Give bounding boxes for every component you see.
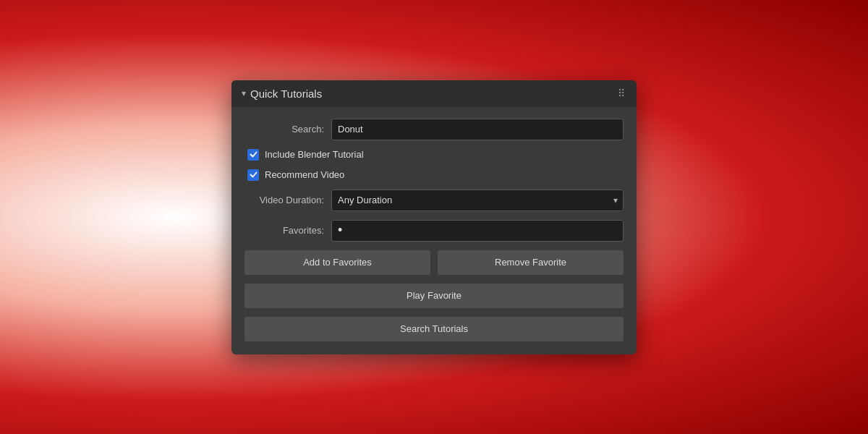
quick-tutorials-panel: ▾ Quick Tutorials ⠿ Search: Include Blen… xyxy=(231,80,637,354)
add-to-favorites-button[interactable]: Add to Favorites xyxy=(244,250,430,275)
favorites-row: Favorites: xyxy=(244,220,624,242)
include-blender-label[interactable]: Include Blender Tutorial xyxy=(265,149,364,160)
collapse-chevron-icon[interactable]: ▾ xyxy=(242,88,246,98)
recommend-video-row: Recommend Video xyxy=(244,169,624,181)
panel-title-group: ▾ Quick Tutorials xyxy=(242,88,322,100)
recommend-video-checkbox[interactable] xyxy=(247,169,259,181)
favorites-label: Favorites: xyxy=(244,225,324,236)
search-tutorials-button[interactable]: Search Tutorials xyxy=(244,317,624,341)
panel-title: Quick Tutorials xyxy=(250,88,322,100)
favorites-input[interactable] xyxy=(331,220,624,242)
recommend-video-label[interactable]: Recommend Video xyxy=(265,169,344,180)
favorites-buttons-row: Add to Favorites Remove Favorite xyxy=(244,250,624,275)
panel-header: ▾ Quick Tutorials ⠿ xyxy=(231,80,637,107)
options-dots-icon[interactable]: ⠿ xyxy=(618,88,626,99)
include-blender-checkbox[interactable] xyxy=(247,149,259,161)
duration-select-wrapper: Any Duration Short (< 4 min) Medium (4-2… xyxy=(331,190,624,211)
search-input[interactable] xyxy=(331,119,624,140)
duration-label: Video Duration: xyxy=(244,195,324,205)
duration-select[interactable]: Any Duration Short (< 4 min) Medium (4-2… xyxy=(331,190,624,211)
remove-favorite-button[interactable]: Remove Favorite xyxy=(438,250,624,275)
search-label: Search: xyxy=(244,124,324,135)
search-row: Search: xyxy=(244,119,624,140)
panel-body: Search: Include Blender Tutorial Recomme… xyxy=(231,107,637,354)
include-blender-row: Include Blender Tutorial xyxy=(244,149,624,161)
play-favorite-button[interactable]: Play Favorite xyxy=(244,284,624,308)
duration-row: Video Duration: Any Duration Short (< 4 … xyxy=(244,190,624,211)
